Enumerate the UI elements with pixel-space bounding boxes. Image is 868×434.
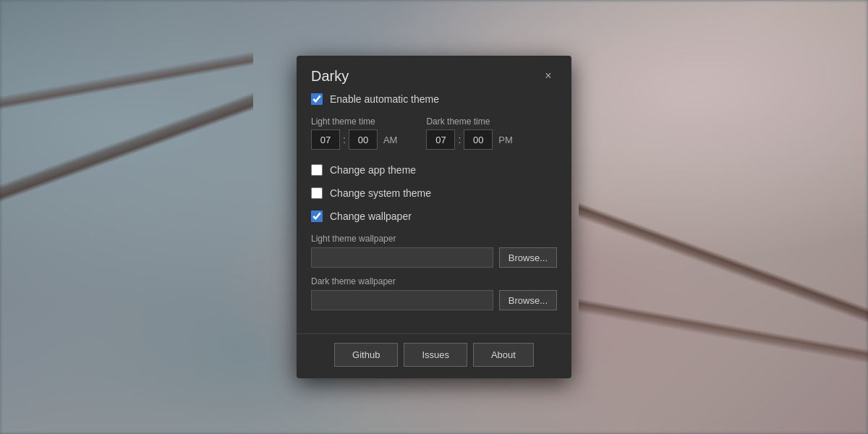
time-row: Light theme time : AM Dark theme time :: [311, 116, 557, 150]
dark-wallpaper-input[interactable]: [311, 290, 493, 310]
change-system-theme-checkbox[interactable]: [311, 187, 323, 199]
time-section: Light theme time : AM Dark theme time :: [311, 116, 557, 150]
light-theme-time-label: Light theme time: [311, 116, 397, 127]
light-wallpaper-label: Light theme wallpaper: [311, 234, 557, 244]
change-wallpaper-checkbox[interactable]: [311, 210, 323, 222]
wallpaper-section: Light theme wallpaper Browse... Dark the…: [311, 234, 557, 310]
light-minute-input[interactable]: [349, 129, 378, 150]
dark-wallpaper-input-row: Browse...: [311, 290, 557, 310]
dialog-title: Darky: [311, 68, 349, 85]
light-wallpaper-input-row: Browse...: [311, 247, 557, 268]
enable-automatic-theme-row: Enable automatic theme: [311, 93, 557, 105]
dark-theme-time-label: Dark theme time: [426, 116, 512, 127]
change-system-theme-row: Change system theme: [311, 187, 557, 199]
dark-wallpaper-label: Dark theme wallpaper: [311, 276, 557, 286]
light-wallpaper-group: Light theme wallpaper Browse...: [311, 234, 557, 268]
change-app-theme-label[interactable]: Change app theme: [330, 164, 416, 176]
options-section: Change app theme Change system theme Cha…: [311, 164, 557, 222]
github-button[interactable]: Github: [334, 343, 398, 367]
close-button[interactable]: ×: [540, 67, 557, 85]
footer-buttons: Github Issues About: [297, 333, 571, 378]
darky-dialog: Darky × Enable automatic theme Light the…: [297, 56, 571, 378]
light-theme-time-group: Light theme time : AM: [311, 116, 397, 150]
light-wallpaper-browse-button[interactable]: Browse...: [499, 247, 557, 268]
dark-theme-time-group: Dark theme time : PM: [426, 116, 512, 150]
light-ampm-label: AM: [383, 135, 398, 145]
light-wallpaper-input[interactable]: [311, 247, 493, 268]
issues-button[interactable]: Issues: [404, 343, 467, 367]
change-app-theme-row: Change app theme: [311, 164, 557, 176]
light-time-colon: :: [343, 134, 346, 145]
about-button[interactable]: About: [473, 343, 534, 367]
change-wallpaper-label[interactable]: Change wallpaper: [330, 210, 412, 222]
dark-time-colon: :: [458, 134, 461, 145]
change-app-theme-checkbox[interactable]: [311, 164, 323, 176]
change-system-theme-label[interactable]: Change system theme: [330, 187, 431, 199]
dark-wallpaper-browse-button[interactable]: Browse...: [499, 290, 557, 310]
change-wallpaper-row: Change wallpaper: [311, 210, 557, 222]
dialog-overlay: Darky × Enable automatic theme Light the…: [0, 0, 868, 434]
enable-automatic-theme-checkbox[interactable]: [311, 93, 323, 105]
title-bar: Darky ×: [297, 56, 571, 93]
dark-ampm-label: PM: [498, 135, 513, 145]
enable-automatic-theme-label[interactable]: Enable automatic theme: [330, 93, 439, 105]
dark-time-inputs: : PM: [426, 129, 512, 150]
light-time-inputs: : AM: [311, 129, 397, 150]
dark-minute-input[interactable]: [464, 129, 493, 150]
dialog-body: Enable automatic theme Light theme time …: [297, 93, 571, 333]
dark-hour-input[interactable]: [426, 129, 455, 150]
dark-wallpaper-group: Dark theme wallpaper Browse...: [311, 276, 557, 310]
light-hour-input[interactable]: [311, 129, 340, 150]
